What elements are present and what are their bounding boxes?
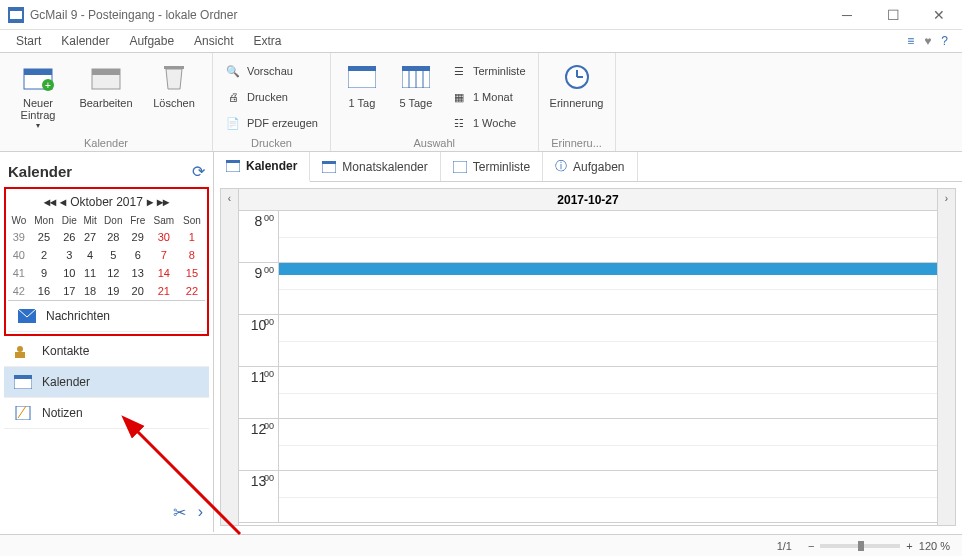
- svg-rect-12: [402, 66, 430, 71]
- cal-day[interactable]: 14: [149, 264, 179, 282]
- cal-day[interactable]: 30: [149, 228, 179, 246]
- 5days-button[interactable]: 5 Tage: [391, 57, 441, 133]
- 1day-button[interactable]: 1 Tag: [337, 57, 387, 133]
- time-grid[interactable]: 8009001000110012001300: [239, 211, 937, 525]
- title-bar: GcMail 9 - Posteingang - lokale Ordner ─…: [0, 0, 962, 30]
- ribbon: + Neuer Eintrag ▾ Bearbeiten Löschen Kal…: [0, 52, 962, 152]
- cal-day[interactable]: 5: [100, 246, 127, 264]
- hour-label: 1200: [239, 419, 279, 470]
- svg-rect-23: [14, 375, 32, 379]
- mini-calendar[interactable]: ◂◂ ◂ Oktober 2017 ▸ ▸▸ WoMonDieMitDonFre…: [8, 191, 205, 300]
- contacts-icon: [14, 344, 32, 358]
- menu-start[interactable]: Start: [8, 32, 49, 50]
- schedule-date-header: 2017-10-27: [239, 189, 937, 211]
- cal-day[interactable]: 7: [149, 246, 179, 264]
- cal-day[interactable]: 2: [30, 246, 59, 264]
- menu-ansicht[interactable]: Ansicht: [186, 32, 241, 50]
- 1monat-button[interactable]: ▦1 Monat: [445, 85, 532, 109]
- cal-day[interactable]: 22: [179, 282, 205, 300]
- cal-day[interactable]: 3: [58, 246, 80, 264]
- cal-day[interactable]: 17: [58, 282, 80, 300]
- next-year-icon[interactable]: ▸▸: [157, 195, 169, 209]
- edit-button[interactable]: Bearbeiten: [74, 57, 138, 133]
- cal-day[interactable]: 27: [80, 228, 100, 246]
- expand-icon[interactable]: ›: [198, 503, 203, 522]
- nav-notizen[interactable]: Notizen: [4, 398, 209, 429]
- cal-day[interactable]: 42: [8, 282, 30, 300]
- tab-terminliste[interactable]: Terminliste: [441, 152, 543, 181]
- delete-button[interactable]: Löschen: [142, 57, 206, 133]
- hour-label: 1100: [239, 367, 279, 418]
- zoom-control[interactable]: −+ 120 %: [808, 540, 950, 552]
- cal-day[interactable]: 4: [80, 246, 100, 264]
- tab-row: Kalender Monatskalender Terminliste ⓘAuf…: [214, 152, 962, 182]
- cal-day[interactable]: 16: [30, 282, 59, 300]
- sidebar: Kalender ⟳ ◂◂ ◂ Oktober 2017 ▸ ▸▸ WoMonD…: [0, 152, 214, 532]
- cal-day[interactable]: 9: [30, 264, 59, 282]
- cal-day[interactable]: 1: [179, 228, 205, 246]
- nav-kalender[interactable]: Kalender: [4, 367, 209, 398]
- cal-day[interactable]: 20: [127, 282, 149, 300]
- tab-monatskalender[interactable]: Monatskalender: [310, 152, 440, 181]
- minimize-button[interactable]: ─: [824, 0, 870, 30]
- cal-day[interactable]: 15: [179, 264, 205, 282]
- hour-label: 800: [239, 211, 279, 262]
- svg-rect-10: [348, 66, 376, 71]
- zoom-value: 120 %: [919, 540, 950, 552]
- tab-kalender[interactable]: Kalender: [214, 152, 310, 182]
- prev-year-icon[interactable]: ◂◂: [44, 195, 56, 209]
- svg-rect-1: [10, 11, 22, 19]
- svg-rect-27: [226, 160, 240, 163]
- nav-kontakte[interactable]: Kontakte: [4, 336, 209, 367]
- collapse-left-button[interactable]: ‹: [221, 189, 239, 525]
- cal-day[interactable]: 12: [100, 264, 127, 282]
- next-month-icon[interactable]: ▸: [147, 195, 153, 209]
- notes-icon: [14, 406, 32, 420]
- cal-day[interactable]: 11: [80, 264, 100, 282]
- menu-extra[interactable]: Extra: [245, 32, 289, 50]
- cal-day[interactable]: 39: [8, 228, 30, 246]
- appointment-block[interactable]: [279, 263, 937, 275]
- schedule-view: ‹ 2017-10-27 8009001000110012001300 ›: [220, 188, 956, 526]
- cal-day[interactable]: 10: [58, 264, 80, 282]
- preview-button[interactable]: 🔍Vorschau: [219, 59, 324, 83]
- cal-day[interactable]: 8: [179, 246, 205, 264]
- status-page: 1/1: [777, 540, 792, 552]
- maximize-button[interactable]: ☐: [870, 0, 916, 30]
- cal-day[interactable]: 26: [58, 228, 80, 246]
- nav-nachrichten[interactable]: Nachrichten: [8, 300, 205, 332]
- cal-day[interactable]: 41: [8, 264, 30, 282]
- menu-heart-icon[interactable]: ♥: [924, 34, 931, 48]
- tab-aufgaben[interactable]: ⓘAufgaben: [543, 152, 637, 181]
- 1woche-button[interactable]: ☷1 Woche: [445, 111, 532, 135]
- cal-day[interactable]: 21: [149, 282, 179, 300]
- cal-day[interactable]: 18: [80, 282, 100, 300]
- menu-aufgabe[interactable]: Aufgabe: [121, 32, 182, 50]
- cal-day[interactable]: 6: [127, 246, 149, 264]
- refresh-icon[interactable]: ⟳: [192, 162, 205, 181]
- svg-rect-30: [453, 161, 467, 173]
- cal-day[interactable]: 13: [127, 264, 149, 282]
- app-icon: [8, 7, 24, 23]
- close-button[interactable]: ✕: [916, 0, 962, 30]
- collapse-right-button[interactable]: ›: [937, 189, 955, 525]
- prev-month-icon[interactable]: ◂: [60, 195, 66, 209]
- window-title: GcMail 9 - Posteingang - lokale Ordner: [30, 8, 824, 22]
- menu-kalender[interactable]: Kalender: [53, 32, 117, 50]
- cal-day[interactable]: 28: [100, 228, 127, 246]
- hour-label: 900: [239, 263, 279, 314]
- menu-settings-icon[interactable]: ≡: [907, 34, 914, 48]
- cal-day[interactable]: 25: [30, 228, 59, 246]
- reminder-button[interactable]: Erinnerung: [545, 57, 609, 133]
- sidebar-title: Kalender: [8, 163, 72, 180]
- cal-day[interactable]: 29: [127, 228, 149, 246]
- menu-help-icon[interactable]: ?: [941, 34, 948, 48]
- cal-day[interactable]: 40: [8, 246, 30, 264]
- pdf-button[interactable]: 📄PDF erzeugen: [219, 111, 324, 135]
- print-button[interactable]: 🖨Drucken: [219, 85, 324, 109]
- svg-rect-8: [164, 66, 184, 69]
- tools-icon[interactable]: ✂: [173, 503, 186, 522]
- cal-day[interactable]: 19: [100, 282, 127, 300]
- new-entry-button[interactable]: + Neuer Eintrag ▾: [6, 57, 70, 133]
- terminliste-button[interactable]: ☰Terminliste: [445, 59, 532, 83]
